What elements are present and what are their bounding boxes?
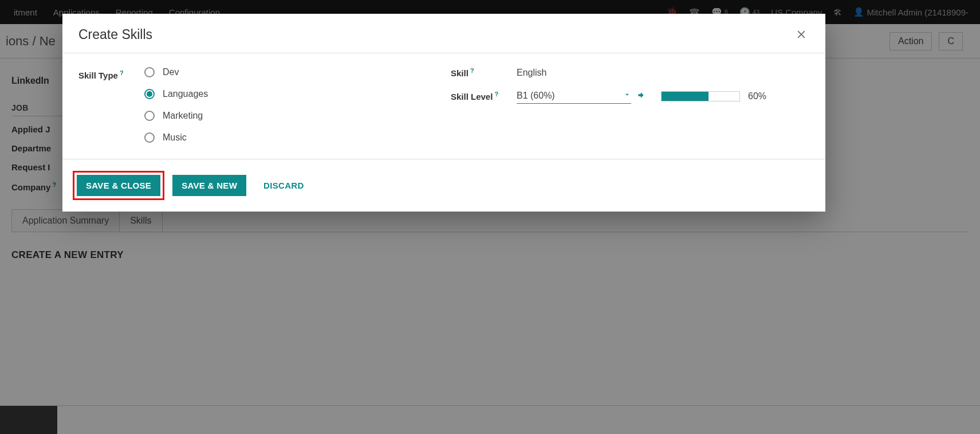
- modal-body: Skill Type ? Dev Languages Marketing Mu: [62, 53, 825, 159]
- radio-icon: [144, 111, 155, 121]
- radio-icon: [144, 67, 155, 77]
- skill-type-label: Skill Type ?: [78, 67, 144, 143]
- save-new-button[interactable]: SAVE & NEW: [172, 175, 246, 196]
- modal-header: Create Skills: [62, 14, 825, 53]
- create-skills-modal: Create Skills Skill Type ? Dev Languages: [62, 14, 825, 212]
- radio-languages[interactable]: Languages: [144, 89, 208, 99]
- radio-dev[interactable]: Dev: [144, 67, 208, 77]
- close-icon[interactable]: [793, 26, 809, 42]
- radio-icon: [144, 89, 155, 99]
- radio-music[interactable]: Music: [144, 132, 208, 143]
- radio-icon: [144, 132, 155, 143]
- skill-level-select[interactable]: B1 (60%): [517, 88, 631, 104]
- skill-type-radio-group: Dev Languages Marketing Music: [144, 67, 208, 143]
- skill-level-label: Skill Level ?: [451, 91, 517, 101]
- skill-value[interactable]: English: [517, 68, 546, 78]
- discard-button[interactable]: DISCARD: [254, 175, 313, 196]
- progress-bar: [661, 91, 740, 101]
- progress-percent: 60%: [748, 91, 766, 101]
- external-link-icon[interactable]: [637, 91, 645, 101]
- save-close-button[interactable]: SAVE & CLOSE: [77, 175, 160, 196]
- skill-label: Skill ?: [451, 67, 517, 78]
- modal-footer: SAVE & CLOSE SAVE & NEW DISCARD: [62, 159, 825, 212]
- chevron-down-icon: [623, 91, 631, 101]
- progress-fill: [662, 92, 709, 101]
- radio-marketing[interactable]: Marketing: [144, 111, 208, 121]
- highlight-annotation: SAVE & CLOSE: [73, 171, 164, 200]
- modal-title: Create Skills: [78, 27, 152, 42]
